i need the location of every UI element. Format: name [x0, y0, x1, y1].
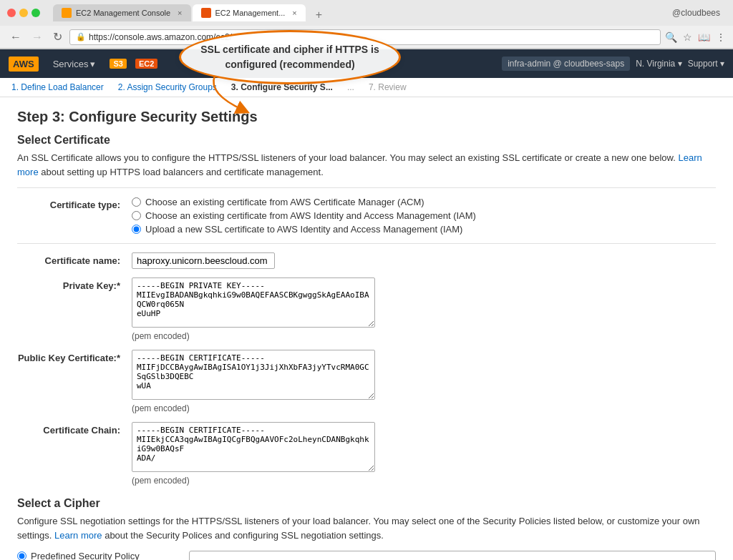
cipher-section: Select a Cipher Configure SSL negotiatio… [17, 497, 716, 560]
ec2-badge[interactable]: EC2 [135, 59, 157, 69]
window-controls [7, 9, 40, 17]
new-tab-button[interactable]: + [310, 9, 328, 21]
cert-chain-input[interactable]: -----BEGIN CERTIFICATE----- MIIEkjCCA3qg… [132, 422, 375, 472]
aws-nav-right: infra-admin @ cloudbees-saps N. Virginia… [502, 57, 724, 71]
cert-radio-3[interactable] [132, 225, 141, 234]
cert-option-1[interactable]: Choose an existing certificate from AWS … [132, 197, 716, 207]
user-menu-button[interactable]: infra-admin @ cloudbees-saps [502, 57, 630, 71]
address-text: https://console.aws.amazon.com/ec2/ [89, 32, 232, 42]
cert-radio-2[interactable] [132, 211, 141, 220]
private-key-control: -----BEGIN PRIVATE KEY----- MIIEvgIBADAN… [132, 277, 716, 341]
s3-badge[interactable]: S3 [110, 59, 126, 69]
pem-note-3: (pem encoded) [132, 476, 716, 486]
aws-navbar: AWS Services ▾ S3 EC2 infra-admin @ clou… [0, 49, 733, 78]
cipher-section-title: Select a Cipher [17, 497, 716, 510]
region-button[interactable]: N. Virginia ▾ [636, 59, 681, 69]
user-account-label: @cloudbees [672, 8, 720, 18]
cert-desc-suffix: about setting up HTTPS load balancers an… [41, 167, 324, 177]
tab-close-2[interactable]: × [292, 9, 296, 17]
cipher-content: Predefined Security Policy ELBSecurityPo… [17, 551, 716, 560]
cipher-description: Configure SSL negotiation settings for t… [17, 514, 716, 542]
cert-type-label: Certificate type: [17, 197, 132, 210]
cipher-left-panel: Predefined Security Policy ELBSecurityPo… [17, 551, 175, 560]
wizard-step-2[interactable]: 2. Assign Security Groups [118, 82, 217, 92]
minimize-button[interactable] [19, 9, 28, 17]
cert-description-text: An SSL Certificate allows you to configu… [17, 152, 676, 163]
cert-type-row: Certificate type: Choose an existing cer… [17, 197, 716, 235]
cert-option-2[interactable]: Choose an existing certificate from AWS … [132, 210, 716, 221]
cipher-desc-suffix: about the Security Polices and configuri… [105, 530, 384, 541]
services-menu-button[interactable]: Services ▾ [47, 56, 102, 72]
address-bar[interactable]: 🔒 https://console.aws.amazon.com/ec2/ [69, 29, 661, 45]
cert-type-options: Choose an existing certificate from AWS … [132, 197, 716, 235]
private-key-row: Private Key:* -----BEGIN PRIVATE KEY----… [17, 277, 716, 341]
learn-more-cipher-link[interactable]: Learn more [54, 530, 102, 541]
private-key-label: Private Key:* [17, 277, 132, 291]
support-label: Support [688, 59, 718, 69]
cert-name-label: Certificate name: [17, 252, 132, 266]
cert-radio-1[interactable] [132, 197, 141, 207]
browser-tab-2[interactable]: EC2 Management... × [193, 4, 306, 21]
support-button[interactable]: Support ▾ [688, 59, 724, 69]
services-chevron-icon: ▾ [90, 59, 95, 69]
wizard-steps: 1. Define Load Balancer 2. Assign Securi… [0, 78, 733, 97]
reload-button[interactable]: ↻ [50, 29, 65, 45]
browser-icons: 🔍 ☆ 📖 ⋮ [665, 31, 726, 43]
step-1-label: Define Load Balancer [21, 82, 103, 92]
region-label: N. Virginia [636, 59, 675, 69]
tab-favicon-2 [201, 8, 211, 18]
forward-button[interactable]: → [29, 29, 46, 45]
public-key-row: Public Key Certificate:* -----BEGIN CERT… [17, 350, 716, 413]
bookmark-icon-btn[interactable]: ☆ [683, 31, 692, 43]
close-button[interactable] [7, 9, 16, 17]
menu-icon-btn[interactable]: ⋮ [716, 31, 726, 43]
pem-note-2: (pem encoded) [132, 403, 716, 413]
cert-option-1-label: Choose an existing certificate from AWS … [145, 197, 424, 207]
public-key-control: -----BEGIN CERTIFICATE----- MIIFjDCCBAyg… [132, 350, 716, 413]
cert-name-control [132, 252, 716, 269]
private-key-input[interactable]: -----BEGIN PRIVATE KEY----- MIIEvgIBADAN… [132, 277, 375, 328]
main-content: Step 3: Configure Security Settings Sele… [0, 97, 733, 560]
back-button[interactable]: ← [7, 29, 24, 45]
public-key-input[interactable]: -----BEGIN CERTIFICATE----- MIIFjDCCBAyg… [132, 350, 375, 400]
predefined-policy-radio[interactable]: Predefined Security Policy [17, 551, 175, 560]
cipher-right-panel: SSL Protocols Protocol-TLSv1 Protocol-SS… [189, 551, 716, 560]
cert-chain-control: -----BEGIN CERTIFICATE----- MIIEkjCCA3qg… [132, 422, 716, 486]
pem-note-1: (pem encoded) [132, 331, 716, 341]
cert-chain-row: Certificate Chain: -----BEGIN CERTIFICAT… [17, 422, 716, 486]
cert-type-radio-group: Choose an existing certificate from AWS … [132, 197, 716, 235]
wizard-step-7: 7. Review [369, 82, 407, 92]
cert-option-2-label: Choose an existing certificate from AWS … [145, 210, 476, 221]
aws-logo: AWS [9, 57, 39, 72]
browser-tab-1-label: EC2 Management Console [76, 9, 170, 17]
predefined-label: Predefined Security Policy [31, 551, 140, 560]
cert-description: An SSL Certificate allows you to configu… [17, 151, 716, 179]
tab-close-1[interactable]: × [178, 9, 182, 17]
page-title: Step 3: Configure Security Settings [17, 109, 716, 125]
step-7-label: Review [378, 82, 406, 92]
cert-name-input[interactable] [132, 252, 275, 269]
wizard-steps-ellipsis: ... [347, 82, 354, 92]
cert-name-row: Certificate name: [17, 252, 716, 269]
maximize-button[interactable] [31, 9, 40, 17]
browser-tab-2-label: EC2 Management... [215, 9, 286, 17]
browser-tabs: EC2 Management Console × EC2 Management.… [46, 4, 666, 21]
section-divider-1 [17, 187, 716, 188]
wizard-step-1[interactable]: 1. Define Load Balancer [11, 82, 104, 92]
reader-icon-btn[interactable]: 📖 [698, 31, 710, 43]
step-3-label: Configure Security S... [241, 82, 333, 92]
tab-favicon-1 [62, 8, 72, 18]
step-2-label: Assign Security Groups [127, 82, 216, 92]
region-chevron-icon: ▾ [678, 59, 682, 69]
predefined-radio-input[interactable] [17, 551, 26, 560]
browser-tab-1[interactable]: EC2 Management Console × [53, 4, 191, 21]
support-chevron-icon: ▾ [720, 59, 724, 69]
cert-section-title: Select Certificate [17, 134, 716, 147]
search-icon-btn[interactable]: 🔍 [665, 31, 677, 43]
cert-option-3[interactable]: Upload a new SSL certificate to AWS Iden… [132, 224, 716, 235]
services-label: Services [53, 59, 89, 69]
wizard-step-3: 3. Configure Security S... [231, 82, 333, 92]
section-divider-2 [17, 243, 716, 244]
lock-icon: 🔒 [76, 32, 86, 41]
cert-option-3-label: Upload a new SSL certificate to AWS Iden… [145, 224, 462, 235]
